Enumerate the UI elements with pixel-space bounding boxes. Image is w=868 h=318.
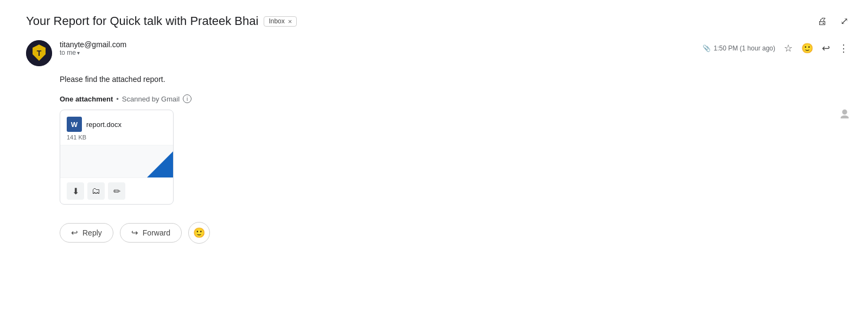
forward-btn-label: Forward [143,228,170,237]
more-options-button[interactable]: ⋮ [837,40,851,56]
drive-icon-corner [839,109,851,123]
attachment-card: W report.docx 141 KB ⬇ 🗂 ✏ [60,110,174,205]
word-icon: W [67,117,82,132]
timestamp: 📎 1:50 PM (1 hour ago) [703,44,775,52]
reply-btn-label: Reply [82,228,102,237]
print-icon: 🖨 [818,16,827,27]
attachment-filename: report.docx [86,120,122,129]
open-external-icon: ⤢ [840,15,848,27]
avatar: T [26,40,52,66]
print-button[interactable]: 🖨 [815,14,829,29]
forward-btn-icon: ↪ [131,228,138,238]
sender-email: titanyte@gmail.com [60,40,126,49]
email-meta: 📎 1:50 PM (1 hour ago) ☆ 🙂 ↩ ⋮ [703,40,851,56]
email-header: T titanyte@gmail.com to me ▾ 📎 1:50 PM (… [26,40,851,66]
timestamp-text: 1:50 PM (1 hour ago) [714,44,775,52]
inbox-badge-close[interactable]: × [288,17,292,26]
subject-row: Your Report for Quick talk with Prateek … [26,13,851,29]
forward-button[interactable]: ↪ Forward [120,223,182,243]
meta-action-icons: ☆ 🙂 ↩ ⋮ [782,40,851,56]
email-body: Please find the attached report. One att… [60,75,851,205]
confidential-icon: 📎 [703,44,711,52]
email-container: Your Report for Quick talk with Prateek … [0,0,868,318]
download-attachment-button[interactable]: ⬇ [67,182,84,200]
action-buttons: ↩ Reply ↪ Forward 🙂 [60,222,851,244]
blue-corner-decoration [147,151,173,177]
avatar-svg: T [26,40,52,66]
download-icon: ⬇ [72,186,79,196]
save-to-drive-button[interactable]: 🗂 [87,182,105,200]
chevron-down-icon: ▾ [77,50,80,56]
emoji-reaction-bar-button[interactable]: 🙂 [188,222,210,244]
emoji-icon: 🙂 [801,42,813,54]
emoji-reaction-button[interactable]: 🙂 [799,40,815,56]
reply-icon-button[interactable]: ↩ [820,40,832,56]
reply-icon: ↩ [822,42,830,54]
reply-btn-icon: ↩ [71,228,78,238]
to-me-text: to me [60,49,76,56]
edit-attachment-button[interactable]: ✏ [108,182,125,200]
subject-left: Your Report for Quick talk with Prateek … [26,14,297,28]
inbox-badge[interactable]: Inbox × [264,16,297,27]
reply-button[interactable]: ↩ Reply [60,223,113,243]
star-button[interactable]: ☆ [782,40,795,56]
open-external-button[interactable]: ⤢ [838,13,851,29]
info-icon[interactable]: i [183,94,192,103]
to-me-dropdown[interactable]: to me ▾ [60,49,126,56]
edit-icon: ✏ [113,186,120,196]
attachment-row: W report.docx 141 KB ⬇ 🗂 ✏ [60,110,851,205]
body-text: Please find the attached report. [60,75,851,84]
email-subject: Your Report for Quick talk with Prateek … [26,14,258,28]
scanned-by-gmail-text: Scanned by Gmail [122,95,180,103]
subject-action-icons: 🖨 ⤢ [815,13,851,29]
attachment-dot: • [116,95,119,103]
inbox-badge-label: Inbox [269,17,284,25]
sender-info: titanyte@gmail.com to me ▾ [60,40,126,56]
attachment-header: One attachment • Scanned by Gmail i [60,94,851,103]
star-icon: ☆ [784,42,793,54]
save-drive-icon: 🗂 [92,186,100,196]
attachment-actions: ⬇ 🗂 ✏ [60,177,173,204]
svg-text:T: T [37,49,42,58]
drive-corner-icon [839,109,851,120]
emoji-bar-icon: 🙂 [193,227,205,239]
sender-section: T titanyte@gmail.com to me ▾ [26,40,126,66]
attachment-size: 141 KB [60,134,173,145]
more-options-icon: ⋮ [839,42,848,54]
attachment-count-label: One attachment [60,95,113,103]
attachment-preview [60,145,173,177]
attachment-top: W report.docx [60,110,173,134]
